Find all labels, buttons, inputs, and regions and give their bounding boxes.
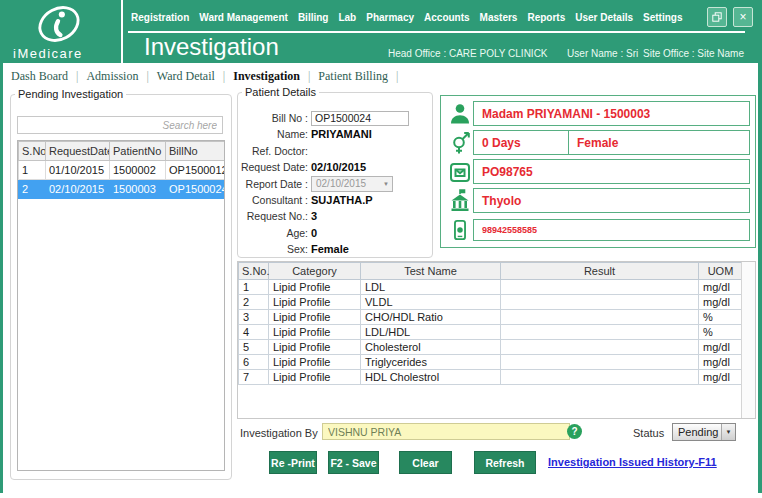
menu-item-pharmacy[interactable]: Pharmacy (366, 12, 414, 23)
patient-field-label-request-date: Request Date: (240, 161, 311, 173)
patient-field-bill-no: Bill No : (240, 110, 430, 126)
user-name-label: User Name : (567, 48, 623, 59)
table-cell: Lipid Profile (269, 370, 361, 385)
tab-patient-billing[interactable]: Patient Billing (314, 69, 402, 84)
menu-item-ward-management[interactable]: Ward Management (199, 12, 288, 23)
result-cell[interactable] (501, 370, 699, 385)
close-window-button[interactable]: × (733, 7, 753, 27)
phone-icon (446, 219, 473, 241)
pending-investigation-title: Pending Investigation (15, 88, 126, 100)
table-cell: CHO/HDL Ratio (361, 310, 501, 325)
table-cell: 1500002 (110, 161, 166, 180)
mailbox-icon (446, 160, 473, 184)
menu-item-reports[interactable]: Reports (527, 12, 565, 23)
patient-age-box: 0 Days (473, 130, 569, 155)
patient-field-request-no: Request No.:3 (240, 208, 430, 224)
menu-item-registration[interactable]: Registration (131, 12, 189, 23)
tests-scrollbar[interactable] (741, 262, 755, 418)
info-row-city: Thyolo (446, 188, 750, 213)
patient-field-sex: Sex:Female (240, 241, 430, 257)
table-cell: mg/dl (699, 280, 743, 295)
table-cell: Lipid Profile (269, 355, 361, 370)
patient-field-label-age: Age: (240, 227, 311, 239)
table-cell: mg/dl (699, 355, 743, 370)
search-input[interactable] (17, 116, 223, 134)
result-cell[interactable] (501, 280, 699, 295)
result-cell[interactable] (501, 295, 699, 310)
bill-no-input[interactable] (311, 111, 409, 126)
help-icon[interactable]: ? (567, 424, 582, 439)
window-border-right (758, 60, 762, 493)
tests-panel: S.No.CategoryTest NameResultUOM 1Lipid P… (237, 261, 756, 419)
result-cell[interactable] (501, 340, 699, 355)
site-office-info: Site Office : Site Name (643, 48, 744, 59)
patient-phone-box: 98942558585 (473, 219, 750, 241)
table-cell: 4 (239, 325, 269, 340)
table-cell: 1 (19, 161, 46, 180)
refresh-button[interactable]: Refresh (474, 451, 536, 474)
menu-bar: RegistrationWard ManagementBillingLabPha… (131, 12, 682, 23)
pending-grid: S.NoRequestDatePatientNoBillNo 101/10/20… (17, 140, 225, 471)
re-print-button[interactable]: Re -Print (269, 451, 317, 474)
tab-ward-detail[interactable]: Ward Detail (153, 69, 229, 84)
table-cell: HDL Cholestrol (361, 370, 501, 385)
patient-city-box: Thyolo (473, 188, 750, 213)
patient-field-label-consultant: Consultant : (240, 194, 311, 206)
patient-field-label-report-date: Report Date : (240, 178, 311, 190)
head-office-label: Head Office : (388, 48, 446, 59)
patient-field-age: Age:0 (240, 225, 430, 241)
sex-value: Female (311, 243, 349, 255)
pending-table: S.NoRequestDatePatientNoBillNo 101/10/20… (18, 141, 225, 199)
tab-dash-board[interactable]: Dash Board (7, 69, 82, 84)
patient-field-report-date: Report Date :02/10/2015▼ (240, 176, 430, 192)
table-cell: 7 (239, 370, 269, 385)
tab-admission[interactable]: Admission (82, 69, 152, 84)
table-cell: 2 (239, 295, 269, 310)
head-office-info: Head Office : CARE POLY CLINICK User Nam… (388, 48, 638, 59)
result-cell[interactable] (501, 325, 699, 340)
f2-save-button[interactable]: F2 - Save (328, 451, 379, 474)
result-cell[interactable] (501, 355, 699, 370)
request-date-value: 02/10/2015 (311, 161, 366, 173)
patient-pobox-box: PO98765 (473, 159, 750, 184)
patient-field-consultant: Consultant :SUJATHA.P (240, 192, 430, 208)
chevron-down-icon: ▼ (383, 181, 392, 187)
menu-item-billing[interactable]: Billing (298, 12, 329, 23)
patient-details-title: Patient Details (242, 86, 319, 98)
status-value: Pending (678, 426, 718, 438)
table-cell: LDL/HDL (361, 325, 501, 340)
table-cell: mg/dl (699, 370, 743, 385)
table-row[interactable]: 202/10/20151500003OP1500024 (19, 180, 226, 199)
menu-item-user-details[interactable]: User Details (575, 12, 633, 23)
building-icon (446, 189, 473, 213)
tests-col-category: Category (269, 263, 361, 280)
patient-field-label-sex: Sex: (240, 243, 311, 255)
investigation-history-link[interactable]: Investigation Issued History-F11 (548, 456, 717, 468)
table-cell: Lipid Profile (269, 295, 361, 310)
patient-field-label-ref-doctor: Ref. Doctor: (240, 145, 311, 157)
menu-item-accounts[interactable]: Accounts (424, 12, 470, 23)
table-cell: Triglycerides (361, 355, 501, 370)
menu-item-masters[interactable]: Masters (480, 12, 518, 23)
logo-icon (36, 3, 82, 45)
restore-window-button[interactable] (707, 7, 727, 27)
person-icon (446, 102, 473, 126)
investigation-by-input[interactable] (322, 423, 570, 440)
investigation-by-label: Investigation By (240, 427, 318, 439)
table-row: 7Lipid ProfileHDL Cholestrolmg/dl (239, 370, 743, 385)
restore-icon (711, 11, 723, 23)
result-cell[interactable] (501, 310, 699, 325)
table-cell: 3 (239, 310, 269, 325)
patient-field-label-bill-no: Bill No : (240, 112, 311, 124)
menu-item-settings[interactable]: Settings (643, 12, 682, 23)
table-cell: % (699, 310, 743, 325)
clear-button[interactable]: Clear (399, 451, 452, 474)
menu-item-lab[interactable]: Lab (338, 12, 356, 23)
table-row[interactable]: 101/10/20151500002OP1500012 (19, 161, 226, 180)
patient-info-panel: Madam PRIYAMANI - 1500003 0 Days Female … (440, 95, 756, 248)
report-date-dropdown[interactable]: 02/10/2015▼ (311, 176, 393, 192)
age-value: 0 (311, 227, 317, 239)
site-office-label: Site Office : (643, 48, 695, 59)
tab-investigation[interactable]: Investigation (229, 69, 314, 84)
status-dropdown[interactable]: Pending ▼ (672, 423, 736, 441)
